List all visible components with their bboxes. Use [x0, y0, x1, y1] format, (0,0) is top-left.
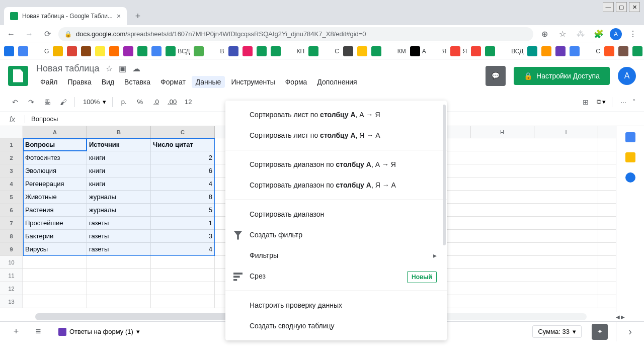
bookmark-item[interactable] — [81, 46, 91, 56]
cell[interactable]: Растения — [23, 204, 87, 216]
bookmark-item[interactable] — [343, 46, 353, 56]
menu-файл[interactable]: Файл — [36, 76, 61, 88]
cell[interactable] — [23, 282, 87, 295]
collapse-toolbar-button[interactable]: ˄ — [632, 98, 636, 106]
bookmark-item[interactable] — [499, 46, 509, 56]
bookmark-item[interactable] — [228, 46, 238, 56]
share-button[interactable]: 🔒 Настройки Доступа — [514, 67, 610, 85]
cell[interactable]: Животные — [23, 191, 87, 203]
currency-button[interactable]: р. — [117, 95, 131, 109]
row-header[interactable]: 1 — [0, 138, 23, 151]
calendar-icon[interactable] — [625, 132, 635, 142]
bookmark-item[interactable] — [194, 46, 204, 56]
cell[interactable]: 5 — [151, 204, 215, 216]
cell[interactable]: книги — [87, 151, 151, 164]
cell[interactable]: журналы — [87, 191, 151, 203]
number-format-button[interactable]: 12 — [181, 95, 195, 109]
cell[interactable]: журналы — [87, 204, 151, 216]
zoom-icon[interactable]: ⊕ — [537, 27, 551, 41]
url-field[interactable]: 🔒 docs.google.com/spreadsheets/d/1607n7M… — [58, 27, 533, 41]
bookmark-item[interactable] — [151, 46, 162, 56]
extensions-icon[interactable]: 🧩 — [592, 27, 606, 41]
bookmark-item[interactable] — [257, 46, 267, 56]
cell[interactable] — [151, 256, 215, 268]
row-header[interactable]: 9 — [0, 243, 23, 255]
cell[interactable] — [151, 295, 215, 308]
bookmark-item[interactable] — [323, 46, 333, 56]
cell[interactable]: 4 — [151, 177, 215, 190]
menu-вставка[interactable]: Вставка — [120, 76, 154, 88]
data-validation[interactable]: Настроить проверку данных — [225, 295, 447, 316]
extension-icon[interactable]: ⁂ — [574, 27, 588, 41]
bookmark-item[interactable] — [471, 46, 481, 56]
bookmark-item[interactable] — [285, 46, 295, 56]
side-panel-toggle-icon[interactable]: › — [628, 326, 632, 337]
cell[interactable] — [23, 295, 87, 308]
reload-button[interactable]: ⟳ — [40, 27, 54, 41]
borders-button[interactable]: ⊞ — [579, 95, 593, 109]
row-header[interactable]: 5 — [0, 191, 23, 203]
star-icon[interactable]: ☆ — [555, 27, 570, 41]
cell[interactable]: Вирусы — [23, 243, 87, 255]
move-doc-icon[interactable]: ▣ — [119, 64, 126, 73]
browser-menu-icon[interactable]: ⋮ — [626, 27, 640, 41]
cell[interactable]: книги — [87, 164, 151, 177]
bookmark-item[interactable] — [410, 46, 420, 56]
pivot-table[interactable]: Создать сводную таблицу — [225, 316, 447, 336]
cell[interactable] — [87, 256, 151, 268]
add-sheet-button[interactable]: + — [8, 324, 24, 340]
explore-button[interactable]: ✦ — [592, 324, 608, 340]
bookmark-item[interactable] — [555, 46, 566, 56]
cell[interactable]: газеты — [87, 217, 151, 229]
cell[interactable] — [87, 295, 151, 308]
row-header[interactable]: 12 — [0, 282, 23, 295]
bookmark-item[interactable] — [485, 46, 495, 56]
bookmark-item[interactable] — [166, 46, 176, 56]
zoom-dropdown[interactable]: 100%▾ — [79, 98, 108, 106]
select-all-corner[interactable] — [0, 126, 23, 138]
bookmark-item[interactable] — [371, 46, 381, 56]
sheet-tab-dropdown-icon[interactable]: ▾ — [136, 328, 140, 335]
create-filter[interactable]: Создать фильтр — [225, 225, 447, 245]
bookmark-item[interactable] — [527, 46, 537, 56]
cell[interactable]: 1 — [151, 217, 215, 229]
bookmark-item[interactable] — [243, 46, 253, 56]
column-header-h[interactable]: H — [470, 126, 534, 138]
cell[interactable]: 3 — [151, 230, 215, 242]
cell[interactable]: 4 — [151, 243, 215, 255]
cell[interactable]: 2 — [151, 151, 215, 164]
cell[interactable] — [87, 269, 151, 282]
cell[interactable]: газеты — [87, 230, 151, 242]
account-avatar[interactable]: А — [618, 67, 636, 85]
tasks-icon[interactable] — [625, 172, 635, 183]
scroll-right-icon[interactable]: ▶ — [621, 314, 625, 320]
row-header[interactable]: 11 — [0, 269, 23, 282]
cell[interactable] — [151, 282, 215, 295]
cell[interactable]: 6 — [151, 164, 215, 177]
row-header[interactable]: 2 — [0, 151, 23, 164]
formula-input[interactable]: Вопросы — [25, 115, 64, 123]
merge-dropdown[interactable]: ⧉ ▾ — [595, 98, 608, 106]
row-header[interactable]: 6 — [0, 204, 23, 216]
sort-sheet-az[interactable]: Сортировать лист по столбцу A, А → Я — [225, 105, 447, 125]
scroll-left-icon[interactable]: ◀ — [616, 314, 620, 320]
bookmark-item[interactable] — [357, 46, 367, 56]
cell[interactable]: Вопросы — [23, 138, 87, 151]
sort-sheet-za[interactable]: Сортировать лист по столбцу A, Я → А — [225, 125, 447, 146]
row-header[interactable]: 13 — [0, 295, 23, 308]
cell[interactable] — [87, 282, 151, 295]
comments-button[interactable]: 💬 — [486, 66, 506, 86]
cell[interactable]: газеты — [87, 243, 151, 255]
back-button[interactable]: ← — [4, 27, 18, 41]
sheets-logo-icon[interactable] — [8, 66, 28, 86]
redo-button[interactable]: ↷ — [24, 95, 38, 109]
bookmark-item[interactable] — [208, 46, 218, 56]
bookmark-item[interactable] — [541, 46, 551, 56]
cell[interactable]: Бактерии — [23, 230, 87, 242]
decrease-decimal-button[interactable]: .0 — [149, 95, 163, 109]
bookmark-item[interactable] — [584, 46, 594, 56]
row-header[interactable]: 4 — [0, 177, 23, 190]
star-doc-icon[interactable]: ☆ — [106, 64, 113, 73]
print-button[interactable]: 🖶 — [40, 95, 54, 109]
keep-icon[interactable] — [625, 152, 635, 162]
